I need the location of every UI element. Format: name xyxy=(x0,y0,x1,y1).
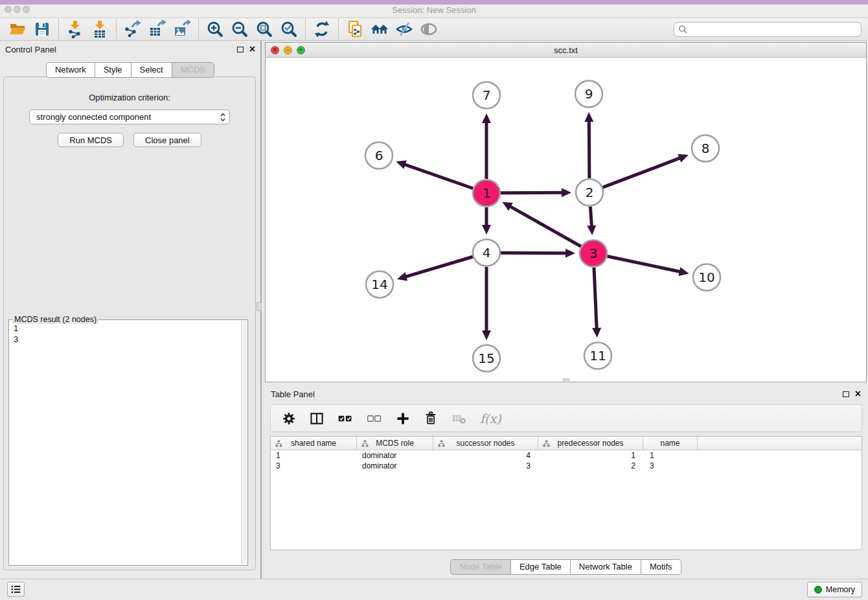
first-neighbors-button[interactable] xyxy=(367,19,392,40)
result-scrollbar-track[interactable] xyxy=(241,321,247,564)
table-toolbar: f(x) xyxy=(270,404,862,432)
column-header-shared-name[interactable]: shared name xyxy=(271,437,357,450)
cell-predecessor-nodes[interactable]: 2 xyxy=(538,461,643,471)
search-box[interactable] xyxy=(674,22,862,37)
select-all-button[interactable] xyxy=(337,411,354,426)
cell-mcds-role[interactable]: dominator xyxy=(357,461,433,471)
cell-name[interactable]: 1 xyxy=(643,450,698,461)
search-input[interactable] xyxy=(690,25,857,34)
cell-name[interactable]: 3 xyxy=(643,461,698,471)
graph-edge-arrowhead xyxy=(562,188,571,197)
toolbar-separator xyxy=(338,19,339,39)
graph-edge-4-14[interactable] xyxy=(404,257,473,277)
unselect-all-button[interactable] xyxy=(366,411,383,426)
save-session-button[interactable] xyxy=(30,19,54,40)
network-canvas[interactable]: 7968124314101511 xyxy=(266,58,866,382)
criterion-dropdown[interactable]: strongly connected component xyxy=(29,110,230,124)
graph-edge-1-6[interactable] xyxy=(404,164,473,189)
column-header-successor-nodes[interactable]: successor nodes xyxy=(433,437,538,450)
graph-edge-2-9[interactable] xyxy=(589,120,589,178)
float-panel-icon[interactable] xyxy=(237,47,244,52)
toolbar-separator xyxy=(198,19,199,39)
close-table-panel-icon[interactable]: × xyxy=(855,391,861,397)
graph-edge-arrowhead xyxy=(482,113,491,123)
split-pane-handle[interactable] xyxy=(257,302,262,311)
network-view-window: ✕ − + scc.txt 7968124314101511 xyxy=(265,42,867,382)
clone-network-button[interactable] xyxy=(343,19,367,40)
cell-mcds-role[interactable]: dominator xyxy=(357,450,433,461)
graph-edge-3-11[interactable] xyxy=(594,268,597,330)
split-pane-handle-horizontal[interactable] xyxy=(563,378,569,382)
fx-icon: f(x) xyxy=(480,411,501,426)
zoom-selected-button[interactable] xyxy=(277,19,301,40)
refresh-icon xyxy=(313,20,331,38)
column-header-mcds-role[interactable]: MCDS role xyxy=(357,437,433,450)
main-toolbar xyxy=(0,18,868,41)
graph-edge-arrowhead xyxy=(565,249,575,258)
table-panel-header: Table Panel × xyxy=(265,386,867,402)
cell-predecessor-nodes[interactable]: 1 xyxy=(538,450,643,461)
hierarchy-icon xyxy=(361,440,369,447)
tab-style[interactable]: Style xyxy=(95,62,131,78)
delete-table-button-disabled[interactable] xyxy=(451,411,468,426)
column-label: MCDS role xyxy=(376,439,414,448)
search-icon xyxy=(678,25,687,34)
control-panel-header: Control Panel × xyxy=(0,41,260,58)
export-table-button[interactable] xyxy=(145,19,170,40)
show-task-history-button[interactable] xyxy=(7,582,25,597)
show-column-panel-button[interactable] xyxy=(309,411,325,426)
cell-successor-nodes[interactable]: 4 xyxy=(433,450,538,461)
graph-edge-3-1[interactable] xyxy=(509,206,581,247)
graph-node-label: 9 xyxy=(585,86,593,102)
toolbar-separator xyxy=(116,19,117,39)
export-network-button[interactable] xyxy=(120,19,145,40)
graph-edge-2-3[interactable] xyxy=(590,207,591,227)
float-table-panel-icon[interactable] xyxy=(843,391,849,397)
tab-network[interactable]: Network xyxy=(46,62,95,78)
open-session-button[interactable] xyxy=(5,19,30,40)
column-header-name[interactable]: name xyxy=(643,437,698,450)
dropdown-stepper-icon xyxy=(219,112,227,122)
close-panel-button[interactable]: Close panel xyxy=(133,133,201,147)
table-row[interactable]: 3 dominator 3 2 3 xyxy=(271,461,862,471)
graph-edge-3-10[interactable] xyxy=(608,257,681,272)
graph-edge-arrowhead xyxy=(482,225,491,235)
table-settings-button[interactable] xyxy=(281,411,297,426)
function-builder-button-disabled[interactable]: f(x) xyxy=(480,411,501,426)
tab-edge-table[interactable]: Edge Table xyxy=(510,559,571,575)
column-label: predecessor nodes xyxy=(557,439,623,448)
zoom-out-button[interactable] xyxy=(227,19,252,40)
import-table-button[interactable] xyxy=(87,19,112,40)
zoom-in-button[interactable] xyxy=(203,19,227,40)
hide-graphics-details-button[interactable] xyxy=(392,19,417,40)
memory-button[interactable]: Memory xyxy=(807,582,862,597)
close-panel-icon[interactable]: × xyxy=(249,46,255,52)
cell-shared-name[interactable]: 3 xyxy=(271,461,357,471)
cell-successor-nodes[interactable]: 3 xyxy=(433,461,538,471)
tab-select[interactable]: Select xyxy=(131,62,172,78)
import-network-button[interactable] xyxy=(63,19,87,40)
export-image-button[interactable] xyxy=(170,19,194,40)
graph-edge-4-3[interactable] xyxy=(501,253,567,253)
top-accent-strip xyxy=(0,0,868,5)
create-column-button[interactable] xyxy=(395,411,411,426)
tab-mcds[interactable]: MCDS xyxy=(172,62,214,78)
refresh-button[interactable] xyxy=(310,19,334,40)
tab-network-table[interactable]: Network Table xyxy=(570,559,641,575)
tab-motifs[interactable]: Motifs xyxy=(641,559,681,575)
network-graph[interactable]: 7968124314101511 xyxy=(266,58,866,382)
tab-node-table[interactable]: Node Table xyxy=(450,559,511,575)
mcds-result-text[interactable]: 1 3 xyxy=(10,321,240,564)
graph-edge-1-2[interactable] xyxy=(501,192,564,193)
column-header-predecessor-nodes[interactable]: predecessor nodes xyxy=(538,437,643,450)
cell-shared-name[interactable]: 1 xyxy=(271,450,357,461)
table-row[interactable]: 1 dominator 4 1 1 xyxy=(271,450,862,461)
birdseye-view-button[interactable] xyxy=(417,19,441,40)
zoom-fit-button[interactable] xyxy=(252,19,277,40)
delete-column-button[interactable] xyxy=(423,411,439,426)
export-table-icon xyxy=(148,20,166,38)
table-panel-title: Table Panel xyxy=(271,389,315,399)
graph-edge-2-8[interactable] xyxy=(603,157,681,187)
run-mcds-button[interactable]: Run MCDS xyxy=(58,133,124,147)
toolbar-separator xyxy=(58,19,59,39)
